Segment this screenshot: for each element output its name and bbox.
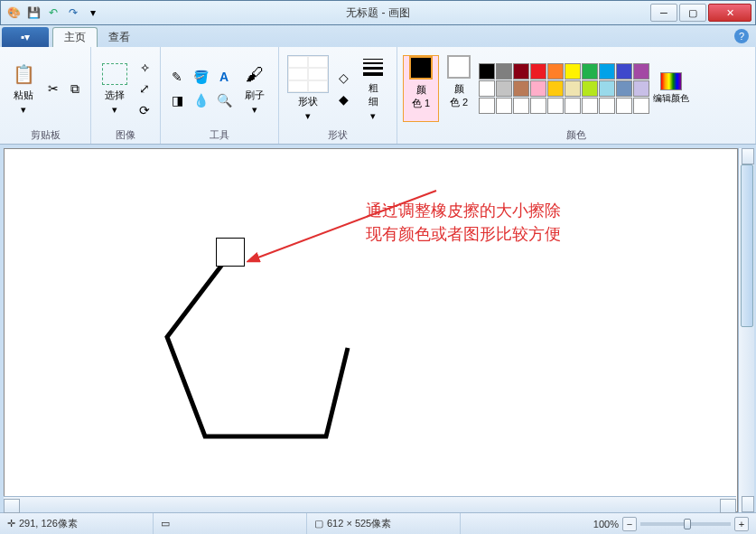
tab-home[interactable]: 主页	[52, 27, 98, 47]
horizontal-scrollbar[interactable]	[4, 496, 736, 512]
zoom-in-button[interactable]: +	[734, 517, 749, 531]
status-spacer	[461, 513, 586, 534]
color-swatch[interactable]	[582, 63, 598, 80]
color1-button[interactable]: 颜 色 1	[403, 55, 439, 122]
maximize-button[interactable]: ▢	[679, 4, 706, 22]
color-swatch[interactable]	[479, 63, 495, 80]
color-swatch[interactable]	[513, 63, 529, 80]
annotation-line2: 现有颜色或者图形比较方便	[366, 222, 561, 246]
color-swatch[interactable]	[582, 98, 598, 114]
help-icon[interactable]: ?	[734, 29, 749, 43]
group-shapes: 形状 ▾ ◇ ◆ 粗 细 ▾ 形状	[279, 47, 397, 144]
zoom-slider[interactable]	[640, 522, 731, 526]
color-swatch[interactable]	[565, 63, 581, 80]
vertical-scrollbar[interactable]	[738, 148, 754, 512]
color-swatch[interactable]	[530, 98, 546, 114]
redo-icon[interactable]: ↷	[64, 4, 82, 22]
color-swatch[interactable]	[582, 80, 598, 97]
file-menu-button[interactable]: ▪▾	[2, 27, 49, 47]
eraser-icon[interactable]: ◨	[166, 89, 188, 111]
quick-access-toolbar: 🎨 💾 ↶ ↷ ▾	[1, 4, 106, 22]
clipboard-icon: 📋	[11, 61, 36, 87]
color-swatch[interactable]	[496, 98, 512, 114]
brushes-button[interactable]: 🖌 刷子 ▾	[237, 55, 273, 122]
annotation-text: 通过调整橡皮擦的大小擦除 现有颜色或者图形比较方便	[366, 199, 561, 246]
group-label-shapes: 形状	[285, 126, 391, 142]
color-swatch[interactable]	[633, 63, 649, 80]
resize-icon[interactable]: ⤢	[135, 79, 154, 98]
chevron-down-icon: ▾	[305, 110, 311, 122]
zoom-control: 100% − +	[586, 517, 756, 531]
rotate-icon[interactable]: ⟳	[135, 100, 154, 120]
color-swatch[interactable]	[599, 63, 615, 80]
color-swatch[interactable]	[479, 80, 495, 97]
color1-label: 颜 色 1	[412, 83, 430, 110]
color-swatch[interactable]	[496, 80, 512, 97]
magnifier-icon[interactable]: 🔍	[213, 89, 235, 111]
shapes-small-buttons: ◇ ◆	[333, 68, 353, 109]
color-swatch[interactable]	[479, 98, 495, 114]
color-swatch[interactable]	[599, 80, 615, 97]
scrollbar-thumb[interactable]	[741, 164, 753, 327]
cursor-pos-value: 291, 126像素	[19, 517, 78, 530]
group-label-colors: 颜色	[403, 126, 750, 142]
group-label-clipboard: 剪贴板	[5, 126, 85, 142]
color-swatch[interactable]	[599, 98, 615, 114]
color-swatch[interactable]	[616, 80, 632, 97]
tool-grid: ✎ 🪣 A ◨ 💧 🔍	[166, 66, 235, 111]
zoom-out-button[interactable]: −	[622, 517, 637, 531]
color-swatch[interactable]	[633, 98, 649, 114]
crosshair-icon: ✛	[7, 518, 15, 529]
color-swatch[interactable]	[496, 63, 512, 80]
chevron-down-icon: ▾	[112, 104, 117, 116]
close-button[interactable]: ✕	[708, 4, 751, 22]
outline-icon[interactable]: ◇	[333, 68, 353, 88]
minimize-button[interactable]: ─	[650, 4, 677, 22]
zoom-slider-thumb[interactable]	[684, 519, 691, 529]
color2-button[interactable]: 颜 色 2	[441, 55, 477, 122]
fill-icon[interactable]: 🪣	[190, 66, 211, 88]
color-swatch[interactable]	[547, 63, 564, 80]
color-swatch[interactable]	[513, 98, 529, 114]
save-icon[interactable]: 💾	[24, 4, 42, 22]
color-swatch[interactable]	[565, 80, 581, 97]
select-label: 选择	[105, 89, 125, 102]
color-swatch[interactable]	[616, 63, 632, 80]
color-swatch[interactable]	[547, 80, 564, 97]
stroke-width-button[interactable]: 粗 细 ▾	[355, 55, 391, 122]
copy-icon[interactable]: ⧉	[65, 79, 85, 98]
color-swatch[interactable]	[565, 98, 581, 114]
color-swatch[interactable]	[530, 63, 546, 80]
color-swatch[interactable]	[530, 80, 546, 97]
shapes-button[interactable]: 形状 ▾	[285, 55, 331, 122]
tab-view[interactable]: 查看	[98, 27, 141, 47]
qat-dropdown-icon[interactable]: ▾	[84, 4, 102, 22]
canvas[interactable]: 通过调整橡皮擦的大小擦除 现有颜色或者图形比较方便	[4, 148, 738, 512]
drawn-pentagon	[149, 239, 366, 456]
fill-shape-icon[interactable]: ◆	[333, 89, 353, 109]
eraser-cursor	[216, 238, 245, 267]
brush-icon: 🖌	[242, 61, 267, 87]
crop-icon[interactable]: ⟡	[135, 57, 154, 77]
select-button[interactable]: 选择 ▾	[97, 55, 133, 122]
text-icon[interactable]: A	[213, 66, 235, 88]
group-clipboard: 📋 粘贴 ▾ ✂ ⧉ 剪贴板	[0, 47, 91, 144]
color-palette[interactable]	[479, 63, 649, 114]
cut-icon[interactable]: ✂	[43, 79, 63, 98]
color-swatch[interactable]	[633, 80, 649, 97]
color-swatch[interactable]	[547, 98, 564, 114]
clipboard-small-buttons: ✂ ⧉	[43, 79, 85, 98]
undo-icon[interactable]: ↶	[44, 4, 62, 22]
shapes-gallery-icon	[287, 55, 329, 93]
stroke-lines-icon	[360, 55, 386, 80]
color-swatch[interactable]	[616, 98, 632, 114]
picker-icon[interactable]: 💧	[190, 89, 211, 111]
image-small-buttons: ⟡ ⤢ ⟳	[135, 57, 154, 120]
color-swatch[interactable]	[513, 80, 529, 97]
rainbow-icon	[660, 72, 682, 90]
app-icon[interactable]: 🎨	[5, 4, 23, 22]
window-controls: ─ ▢ ✕	[650, 4, 755, 22]
edit-colors-button[interactable]: 编辑颜色	[651, 55, 691, 122]
paste-button[interactable]: 📋 粘贴 ▾	[5, 55, 42, 122]
pencil-icon[interactable]: ✎	[166, 66, 188, 88]
